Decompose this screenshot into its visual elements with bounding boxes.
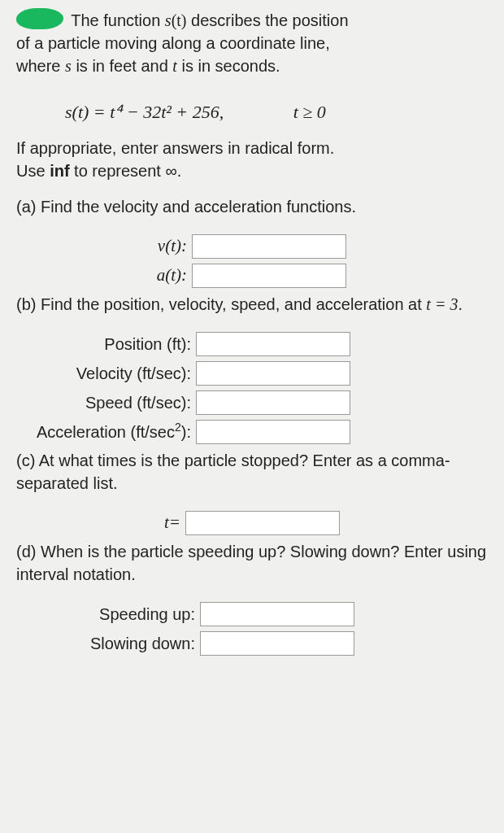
squared: 2 bbox=[175, 421, 181, 434]
part-a-fields: v(t): a(t): bbox=[16, 234, 488, 288]
intro-text-4b: is in feet and bbox=[72, 57, 173, 75]
label-v-t: v(t): bbox=[16, 234, 192, 258]
label-accel-post: ): bbox=[181, 423, 191, 441]
part-b-prompt-post: . bbox=[458, 295, 463, 313]
row-speeding-up: Speeding up: bbox=[16, 602, 488, 626]
equation-expr: s(t) = t⁴ − 32t² + 256, bbox=[65, 102, 224, 122]
part-a-prompt: (a) Find the velocity and acceleration f… bbox=[16, 195, 488, 218]
row-acceleration: Acceleration (ft/sec2): bbox=[16, 420, 488, 444]
row-position: Position (ft): bbox=[16, 332, 488, 356]
intro-text-3: of a particle moving along a coordinate … bbox=[16, 34, 330, 52]
part-b-prompt-pre: (b) Find the position, velocity, speed, … bbox=[16, 295, 426, 313]
row-v-t: v(t): bbox=[16, 234, 488, 259]
input-note: If appropriate, enter answers in radical… bbox=[16, 137, 488, 182]
row-slowing-down: Slowing down: bbox=[16, 631, 488, 656]
intro-text-2: describes the position bbox=[187, 11, 349, 29]
problem-intro: The function s(t) describes the position… bbox=[16, 8, 488, 77]
label-speeding-up: Speeding up: bbox=[16, 603, 200, 626]
arg-t: (t) bbox=[172, 11, 187, 29]
intro-text-4c: is in seconds. bbox=[177, 57, 280, 75]
part-c-prompt: (c) At what times is the particle stoppe… bbox=[16, 449, 488, 495]
part-d-prompt: (d) When is the particle speeding up? Sl… bbox=[16, 540, 488, 586]
label-position: Position (ft): bbox=[16, 333, 196, 355]
part-c-fields: t= bbox=[16, 511, 488, 535]
equation: s(t) = t⁴ − 32t² + 256, t ≥ 0 bbox=[16, 89, 488, 137]
note-line2b: to represent ∞. bbox=[70, 162, 182, 180]
note-line2a: Use bbox=[16, 162, 50, 180]
input-acceleration[interactable] bbox=[196, 420, 350, 444]
row-velocity: Velocity (ft/sec): bbox=[16, 361, 488, 386]
intro-text-1: The function bbox=[71, 11, 165, 29]
row-t-stopped: t= bbox=[16, 511, 488, 535]
equation-cond: t ≥ 0 bbox=[293, 100, 326, 125]
label-acceleration: Acceleration (ft/sec2): bbox=[16, 421, 196, 443]
label-speed: Speed (ft/sec): bbox=[16, 391, 196, 414]
label-t-stopped: t= bbox=[164, 511, 185, 534]
part-b-t-eq: t = 3 bbox=[426, 295, 458, 313]
row-a-t: a(t): bbox=[16, 264, 488, 288]
part-b-prompt: (b) Find the position, velocity, speed, … bbox=[16, 293, 488, 316]
label-a-t: a(t): bbox=[16, 264, 192, 287]
input-position[interactable] bbox=[196, 332, 350, 356]
input-t-stopped[interactable] bbox=[185, 511, 340, 535]
input-speed[interactable] bbox=[196, 390, 350, 415]
label-slowing-down: Slowing down: bbox=[16, 632, 200, 655]
var-s-2: s bbox=[65, 57, 72, 75]
part-b-fields: Position (ft): Velocity (ft/sec): Speed … bbox=[16, 332, 488, 444]
input-slowing-down[interactable] bbox=[200, 631, 354, 656]
input-v-t[interactable] bbox=[192, 234, 346, 259]
note-line1: If appropriate, enter answers in radical… bbox=[16, 139, 334, 157]
inf-keyword: inf bbox=[50, 162, 69, 180]
label-velocity: Velocity (ft/sec): bbox=[16, 362, 196, 385]
highlight-badge bbox=[16, 8, 63, 29]
var-s: s bbox=[165, 11, 172, 29]
input-a-t[interactable] bbox=[192, 264, 346, 288]
row-speed: Speed (ft/sec): bbox=[16, 390, 488, 415]
label-accel-pre: Acceleration (ft/sec bbox=[37, 423, 175, 441]
input-speeding-up[interactable] bbox=[200, 602, 354, 626]
input-velocity[interactable] bbox=[196, 361, 350, 386]
part-d-fields: Speeding up: Slowing down: bbox=[16, 602, 488, 656]
intro-text-4a: where bbox=[16, 57, 65, 75]
